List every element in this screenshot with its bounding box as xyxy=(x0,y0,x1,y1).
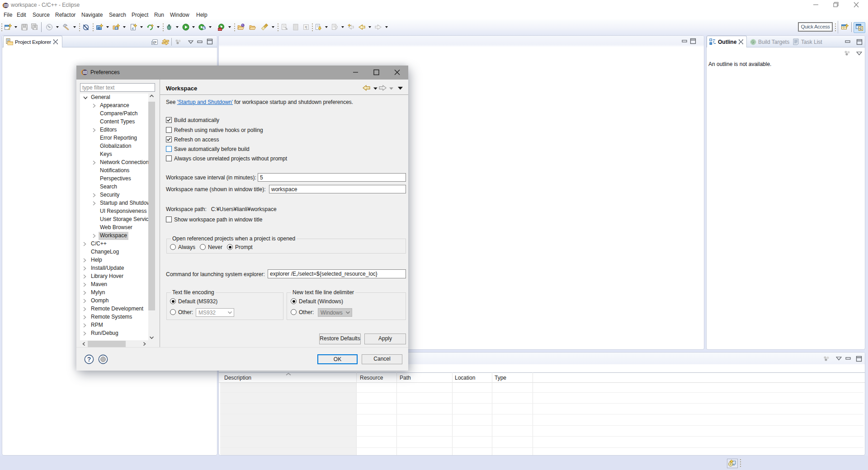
svg-text:C: C xyxy=(859,27,862,31)
svg-text:C: C xyxy=(98,26,100,30)
svg-text:c: c xyxy=(132,26,134,30)
svg-text:¶: ¶ xyxy=(305,25,307,30)
svg-text:?: ? xyxy=(87,356,91,363)
